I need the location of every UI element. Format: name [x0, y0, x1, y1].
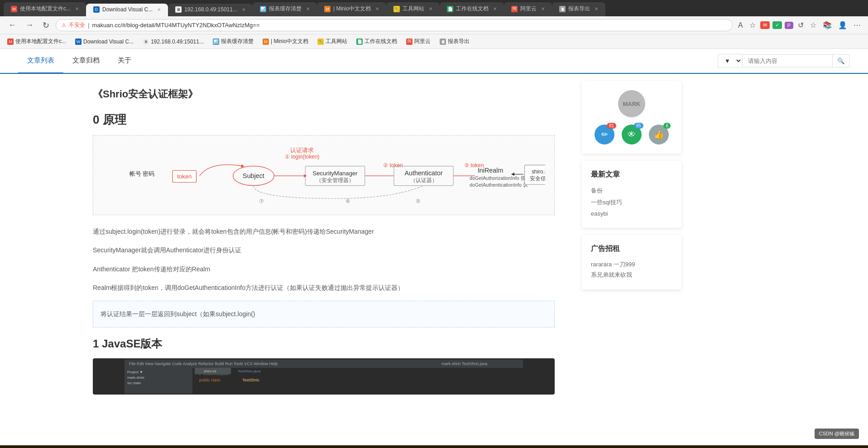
forward-button[interactable]: → — [23, 19, 36, 32]
tab-close-3[interactable]: ✕ — [242, 7, 245, 12]
bookmark-2[interactable]: W Download Visual C... — [72, 37, 137, 46]
refresh-btn-2[interactable]: ↺ — [796, 19, 806, 31]
eye-icon: 👁 — [628, 130, 636, 140]
nav-item-articles[interactable]: 文章列表 — [18, 48, 63, 73]
bookmark-favicon-2: W — [75, 39, 82, 45]
tab-close-2[interactable]: ✕ — [157, 7, 161, 12]
extension-3[interactable]: P — [785, 22, 793, 29]
author-stats: ✏ 81 👁 85 👍 6 — [591, 125, 672, 145]
bookmark-9[interactable]: 📋 报表导出 — [436, 36, 473, 47]
translate-button[interactable]: A — [736, 19, 745, 31]
search-dropdown[interactable]: ▼ — [718, 54, 742, 68]
bookmark-favicon-6: 🔧 — [317, 39, 324, 45]
likes-badge: 6 — [663, 123, 671, 129]
bookmark-favicon-7: 📄 — [356, 39, 363, 45]
extension-1[interactable]: ✉ — [760, 21, 770, 29]
tab-label-1: 使用本地配置文件c... — [20, 5, 71, 13]
article-link-1[interactable]: 备份 — [591, 185, 672, 197]
tab-label-9: 报表导出 — [568, 5, 590, 13]
tab-close-1[interactable]: ✕ — [75, 6, 79, 11]
tab-label-6: 工具网站 — [403, 5, 424, 13]
bookmark-label-6: 工具网站 — [326, 38, 347, 45]
articles-badge: 81 — [607, 123, 616, 129]
bookmark-4[interactable]: 📊 报表缓存清楚 — [209, 36, 257, 47]
section-heading-0: 0 原理 — [93, 112, 555, 128]
tab-5[interactable]: M | Minio中文文档 ✕ — [317, 2, 386, 16]
tab-4[interactable]: 📊 报表缓存清楚 ✕ — [253, 2, 317, 16]
svg-text:mark-shrio: mark-shrio — [127, 376, 144, 380]
svg-text:File  Edit  View  Navigate  Co: File Edit View Navigate Code Analyze Ref… — [129, 361, 278, 366]
site-header: 文章列表 文章归档 关于 ▼ 🔍 — [0, 49, 868, 74]
star-button[interactable]: ☆ — [748, 19, 758, 31]
svg-text:SecurityManager: SecurityManager — [312, 170, 358, 177]
bookmark-6[interactable]: 🔧 工具网站 — [314, 36, 351, 47]
bookmark-8[interactable]: 阿 阿里云 — [403, 36, 434, 47]
refresh-button[interactable]: ↻ — [40, 19, 52, 32]
tab-close-8[interactable]: ✕ — [541, 6, 545, 11]
tab-close-5[interactable]: ✕ — [375, 6, 379, 11]
stat-likes-btn[interactable]: 👍 6 — [649, 125, 669, 145]
menu-button[interactable]: ⋯ — [852, 19, 863, 31]
bookmark-5[interactable]: M | Minio中文文档 — [259, 36, 312, 47]
tab-favicon-9: 📋 — [559, 6, 566, 12]
site-nav: 文章列表 文章归档 关于 — [18, 48, 140, 73]
diagram-area: 认证请求 ① login(token) 帐号 密码 token Subject — [93, 135, 555, 215]
svg-text:src  main: src main — [127, 381, 141, 385]
article-link-3[interactable]: easybi — [591, 208, 672, 219]
code-screenshot-svg: File Edit View Navigate Code Analyze Ref… — [125, 360, 523, 394]
tab-close-9[interactable]: ✕ — [595, 6, 598, 11]
nav-item-about[interactable]: 关于 — [109, 48, 140, 73]
csdn-badge: CSDN @晓候铖 — [815, 429, 859, 439]
back-button[interactable]: ← — [5, 19, 19, 32]
svg-text:mark-shrio    TestShrio.java: mark-shrio TestShrio.java — [441, 361, 487, 366]
favorites-button[interactable]: ☆ — [808, 19, 818, 31]
svg-text:⑦: ⑦ — [259, 198, 264, 204]
tab-favicon-8: 阿 — [511, 6, 518, 12]
tab-bar: M 使用本地配置文件c... ✕ D Download Visual C... … — [0, 0, 868, 16]
latest-articles-card: 最新文章 备份 一些sql技巧 easybi — [582, 161, 681, 228]
nav-actions: A ☆ ✉ ✓ P ↺ ☆ 📚 👤 ⋯ — [736, 19, 863, 31]
tab-1[interactable]: M 使用本地配置文件c... ✕ — [4, 2, 86, 16]
profile-button[interactable]: 👤 — [836, 19, 849, 31]
tab-favicon-1: M — [11, 6, 17, 12]
section-0: 0 原理 认证请求 ① login(token) 帐号 密码 token — [93, 112, 555, 328]
edit-icon: ✏ — [601, 130, 608, 140]
author-card: MARK ✏ 81 👁 85 👍 6 — [582, 81, 681, 154]
tab-9[interactable]: 📋 报表导出 ✕ — [552, 2, 605, 16]
ad-title: 广告招租 — [591, 244, 672, 254]
tab-6[interactable]: 🔧 工具网站 ✕ — [386, 2, 440, 16]
svg-text:TestShrio: TestShrio — [242, 378, 259, 382]
latest-articles-title: 最新文章 — [591, 170, 672, 179]
tab-2[interactable]: D Download Visual C... ✕ — [86, 4, 168, 16]
address-bar[interactable]: ⚠ 不安全 | makuan.cc/#/blog-detail/MTU4MTUy… — [56, 19, 733, 31]
tab-close-6[interactable]: ✕ — [429, 6, 432, 11]
stat-articles-btn[interactable]: ✏ 81 — [595, 125, 614, 145]
bookmark-7[interactable]: 📄 工作在线文档 — [353, 36, 401, 47]
bookmark-favicon-5: M — [263, 39, 269, 45]
bookmark-1[interactable]: M 使用本地配置文件c... — [4, 36, 70, 47]
tab-close-7[interactable]: ✕ — [493, 6, 497, 11]
search-input[interactable] — [742, 54, 833, 67]
tab-3[interactable]: 🖥 192.168.0.49:15011... ✕ — [168, 4, 253, 16]
steps-list: 通过subject.login(token)进行登录，就会将token包含的用户… — [93, 222, 555, 328]
svg-text:安全信息: 安全信息 — [530, 175, 545, 182]
search-button[interactable]: 🔍 — [833, 54, 850, 67]
collections-button[interactable]: 📚 — [821, 19, 834, 31]
nav-item-archive[interactable]: 文章归档 — [63, 48, 109, 73]
article-link-2[interactable]: 一些sql技巧 — [591, 197, 672, 208]
bookmark-favicon-3: 🖥 — [143, 39, 149, 45]
stat-views-btn[interactable]: 👁 85 — [622, 125, 642, 145]
bookmark-label-1: 使用本地配置文件c... — [15, 38, 66, 45]
tab-7[interactable]: 📄 工作在线文档 ✕ — [440, 2, 504, 16]
author-avatar: MARK — [618, 90, 645, 117]
tab-8[interactable]: 阿 阿里云 ✕ — [504, 2, 552, 16]
extension-2[interactable]: ✓ — [772, 21, 782, 29]
tab-favicon-3: 🖥 — [175, 6, 182, 13]
svg-text:Project ▼: Project ▼ — [127, 370, 143, 374]
svg-text:② token: ② token — [383, 162, 403, 169]
bookmark-label-8: 阿里云 — [414, 38, 431, 45]
tab-favicon-5: M — [324, 6, 331, 12]
svg-text:（认证器）: （认证器） — [410, 177, 437, 183]
bookmark-3[interactable]: 🖥 192.168.0.49:15011... — [139, 37, 207, 46]
tab-close-4[interactable]: ✕ — [306, 6, 310, 11]
